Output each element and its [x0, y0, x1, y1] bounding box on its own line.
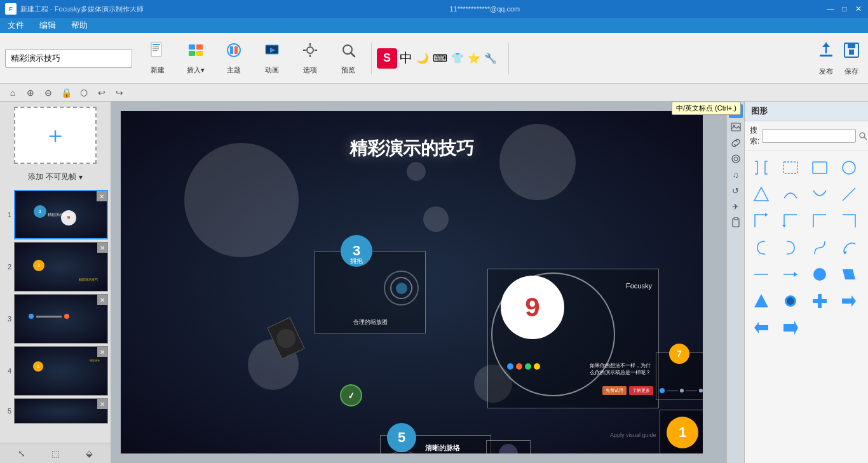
shape-arrow-left[interactable]: [750, 316, 773, 339]
link-tool-button[interactable]: [729, 136, 743, 150]
shape-search-input[interactable]: [762, 129, 856, 143]
star-icon[interactable]: ⭐: [466, 51, 482, 65]
slide-thumbnail[interactable]: 精彩演示的技巧 3 9 ✕: [14, 190, 108, 239]
keyboard-icon[interactable]: ⌨: [431, 51, 449, 65]
slide-title-input[interactable]: [5, 49, 132, 68]
menubar: 文件 编辑 帮助: [0, 18, 868, 33]
options-button[interactable]: 选项: [292, 38, 328, 79]
new-label: 新建: [151, 65, 165, 75]
publish-button[interactable]: 发布: [815, 38, 837, 79]
undo-icon[interactable]: ↩: [94, 85, 109, 100]
cta-btn-2[interactable]: 了解更多: [629, 386, 653, 395]
svg-marker-56: [842, 295, 856, 307]
moon-icon[interactable]: 🌙: [415, 51, 430, 65]
frame-3[interactable]: 3 拥抱 合理的缩放图: [315, 251, 426, 333]
shape-arrow-dl[interactable]: [779, 210, 802, 232]
maximize-button[interactable]: □: [840, 4, 849, 13]
shape-line-h[interactable]: [750, 263, 773, 286]
shape-plus-fill[interactable]: [808, 290, 831, 312]
slide-thumbnail[interactable]: ✕: [14, 398, 108, 424]
shape-triangle[interactable]: [750, 183, 773, 206]
shape-parallelogram[interactable]: [837, 263, 860, 286]
image-tool-button[interactable]: [729, 120, 743, 134]
toolbar: 新建 插入▾ 主题 动画 选项 预览 S 中 🌙 ⌨: [0, 33, 868, 84]
main-canvas[interactable]: 精彩演示的技巧 3 拥抱 合理的缩放图: [121, 111, 703, 453]
clipboard-tool-button[interactable]: [729, 215, 743, 229]
search-icon-button[interactable]: [858, 130, 867, 142]
svg-point-53: [787, 297, 794, 305]
canvas-area[interactable]: 精彩演示的技巧 3 拥抱 合理的缩放图: [111, 102, 744, 463]
frame-small[interactable]: [486, 440, 531, 453]
toolbar-separator-2: [508, 43, 509, 74]
shape-dashed-rect[interactable]: [779, 156, 802, 179]
animate-button[interactable]: 动画: [254, 38, 290, 79]
minimize-button[interactable]: —: [826, 4, 835, 13]
shape-circle[interactable]: [837, 156, 860, 179]
shape-rectangle[interactable]: [808, 156, 831, 179]
slide-thumbnail[interactable]: 1 精彩演示技巧 ✕: [14, 242, 108, 292]
stamp-icon[interactable]: ⬡: [76, 85, 92, 100]
slide-close-button[interactable]: ✕: [97, 295, 107, 305]
shape-arc-bottom[interactable]: [808, 183, 831, 206]
shape-curve-r[interactable]: [779, 236, 802, 259]
frame-7[interactable]: 7: [656, 352, 703, 400]
insert-button[interactable]: 插入▾: [178, 38, 214, 79]
redo-icon[interactable]: ↪: [112, 85, 127, 100]
shape-circle-fill[interactable]: [808, 263, 831, 286]
shape-corner-br[interactable]: [837, 210, 860, 232]
wrench-icon[interactable]: 🔧: [483, 51, 498, 65]
add-invisible-frame[interactable]: 添加 不可见帧 ▾: [0, 169, 111, 185]
shape-arrow-right2[interactable]: [837, 290, 860, 312]
shirt-icon[interactable]: 👕: [450, 51, 465, 65]
shape-arrow-right3[interactable]: [779, 316, 802, 339]
slide-close-button[interactable]: ✕: [97, 399, 107, 409]
shape-s-curve[interactable]: [808, 236, 831, 259]
effect-tool-button[interactable]: [729, 152, 743, 166]
frame-5[interactable]: 5 清晰的脉络 运用清晰的脉络结构，帮助观众理解您的演示内容: [380, 435, 491, 453]
refresh-tool-button[interactable]: ↺: [729, 184, 743, 198]
shape-arrow-right[interactable]: [779, 263, 802, 286]
home-icon[interactable]: ⌂: [5, 85, 20, 100]
icon-row: [507, 363, 540, 370]
theme-icon: [225, 41, 243, 63]
shape-arrow-left-curve[interactable]: [837, 236, 860, 259]
shape-bracket[interactable]: [750, 156, 773, 179]
v-circle[interactable]: ✓: [338, 382, 364, 408]
slide-thumbnail[interactable]: ✕: [14, 294, 108, 344]
cn-text-icon[interactable]: 中: [398, 48, 414, 68]
shape-curve-l[interactable]: [750, 236, 773, 259]
shape-right-angle-arrow[interactable]: [750, 210, 773, 232]
theme-button[interactable]: 主题: [216, 38, 252, 79]
zoom-in-icon[interactable]: ⊕: [23, 85, 38, 100]
window-controls[interactable]: — □ ✕: [826, 4, 863, 13]
slide-close-button[interactable]: ✕: [97, 191, 107, 201]
copy-slide-icon[interactable]: ⬚: [51, 448, 60, 459]
slide-close-button[interactable]: ✕: [97, 347, 107, 357]
shape-arc[interactable]: [779, 183, 802, 206]
expand-icon[interactable]: ⤡: [18, 448, 25, 459]
add-slide-button[interactable]: ＋: [14, 107, 97, 164]
concentric-outer: [384, 271, 419, 305]
zoom-out-icon[interactable]: ⊖: [41, 85, 56, 100]
cta-btn-1[interactable]: 免费试用: [602, 386, 627, 395]
close-button[interactable]: ✕: [854, 4, 863, 13]
slide-thumbnail[interactable]: 2 精彩演示 ✕: [14, 346, 108, 396]
fly-tool-button[interactable]: ✈: [729, 199, 743, 213]
frame-center[interactable]: 9 Focusky 如果你的想法不一样，为什么你的演示稿总是一样呢？ 免费试用: [487, 269, 659, 408]
slide-close-button[interactable]: ✕: [97, 243, 107, 253]
move-slide-icon[interactable]: ⬙: [86, 448, 93, 459]
shape-circle-fill2[interactable]: [779, 290, 802, 312]
menu-help[interactable]: 帮助: [69, 18, 90, 32]
frame-1[interactable]: 1 产品采用演示的步骤 Apply visual guide: [660, 410, 703, 453]
shape-corner-tl[interactable]: [808, 210, 831, 232]
shape-diag-line[interactable]: [837, 183, 860, 206]
new-button[interactable]: 新建: [140, 38, 175, 79]
preview-button[interactable]: 预览: [330, 38, 366, 79]
menu-edit[interactable]: 编辑: [37, 18, 58, 32]
music-tool-button[interactable]: ♫: [729, 168, 743, 182]
menu-file[interactable]: 文件: [5, 18, 27, 32]
shape-triangle-fill[interactable]: [750, 290, 773, 312]
cta-buttons: 免费试用 了解更多: [602, 386, 653, 395]
save-button[interactable]: 保存: [840, 38, 863, 79]
lock-icon[interactable]: 🔒: [58, 85, 74, 100]
